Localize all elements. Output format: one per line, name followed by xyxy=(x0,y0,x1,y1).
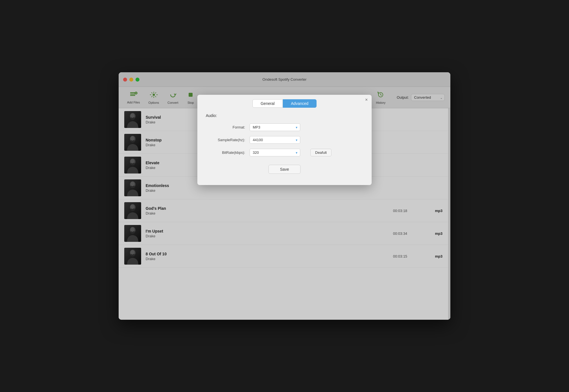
samplerate-row: SampleRate(hz): 44100 22050 48000 xyxy=(206,136,363,144)
samplerate-label: SampleRate(hz): xyxy=(206,138,245,142)
bitrate-select-wrapper: 320 256 192 128 64 xyxy=(250,149,300,156)
modal-close-button[interactable]: × xyxy=(365,98,368,102)
format-select-wrapper: MP3 AAC FLAC WAV OGG xyxy=(250,123,300,131)
bitrate-label: BitRate(kbps): xyxy=(206,150,245,155)
samplerate-select-wrapper: 44100 22050 48000 xyxy=(250,136,300,144)
format-row: Format: MP3 AAC FLAC WAV OGG xyxy=(206,123,363,131)
modal-overlay: × General Advanced Audio: Format: MP3 AA… xyxy=(119,72,450,320)
default-button[interactable]: Deafult xyxy=(310,149,331,156)
bitrate-row: BitRate(kbps): 320 256 192 128 64 Deaful… xyxy=(206,149,363,156)
format-select[interactable]: MP3 AAC FLAC WAV OGG xyxy=(250,123,300,131)
samplerate-select[interactable]: 44100 22050 48000 xyxy=(250,136,300,144)
app-window: Ondesoft Spotify Converter Add Files xyxy=(119,72,450,320)
bitrate-select[interactable]: 320 256 192 128 64 xyxy=(250,149,300,156)
modal-tabs: General Advanced xyxy=(197,95,372,111)
tab-advanced[interactable]: Advanced xyxy=(283,99,317,108)
format-label: Format: xyxy=(206,125,245,129)
save-button[interactable]: Save xyxy=(268,165,301,174)
tab-general[interactable]: General xyxy=(252,99,283,108)
modal-form: Format: MP3 AAC FLAC WAV OGG SampleRate(… xyxy=(197,121,372,159)
modal-actions: Save xyxy=(197,165,372,177)
options-modal: × General Advanced Audio: Format: MP3 AA… xyxy=(197,95,372,185)
audio-section-label: Audio: xyxy=(197,111,372,121)
